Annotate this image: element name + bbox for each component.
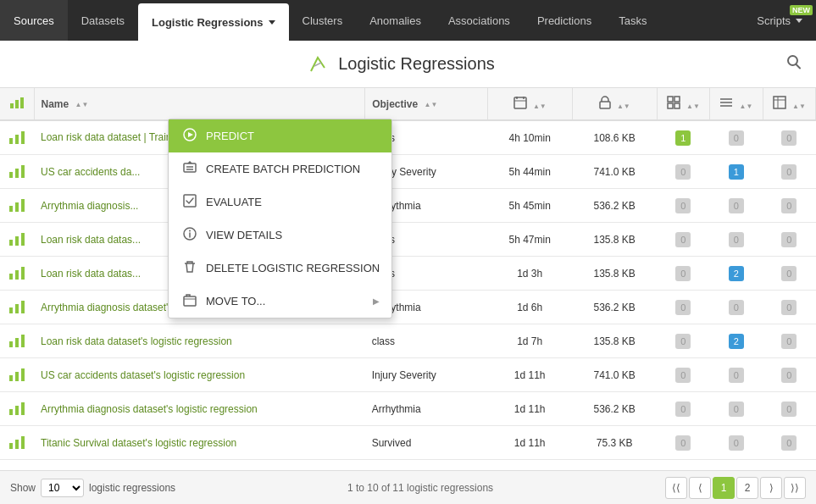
row-size-cell: 741.0 KB [572, 358, 657, 392]
svg-rect-49 [21, 436, 25, 449]
nav-sources[interactable]: Sources [0, 0, 68, 41]
row-time-cell: 1d 3h [487, 257, 572, 291]
row-chart-icon [0, 392, 34, 426]
col-icon [0, 88, 34, 120]
svg-rect-46 [21, 402, 25, 415]
row-time-cell: 5h 44min [487, 155, 572, 189]
table-row: Titanic Survival dataset's logistic regr… [0, 426, 816, 460]
badge-batch: 0 [729, 198, 744, 213]
context-menu-predict[interactable]: PREDICT [169, 119, 391, 152]
row-name-link[interactable]: US car accidents dataset's logistic regr… [41, 369, 245, 381]
svg-rect-39 [15, 338, 19, 347]
first-page-button[interactable]: ⟨⟨ [665, 477, 687, 499]
row-name-link[interactable]: Arrythmia diagnosis dataset's logistic r… [41, 403, 258, 415]
context-menu-delete[interactable]: DELETE LOGISTIC REGRESSION [169, 252, 391, 285]
col-name[interactable]: Name ▲▼ [34, 88, 365, 120]
col-time[interactable]: ▲▼ [487, 88, 572, 120]
svg-rect-12 [668, 103, 673, 108]
svg-rect-51 [184, 163, 196, 172]
svg-rect-38 [9, 341, 13, 347]
table-icon [773, 96, 786, 109]
badge-predictions: 0 [675, 435, 691, 451]
row-name-link[interactable]: Loan risk data datas... [41, 268, 141, 280]
nav-predictions[interactable]: Predictions [524, 0, 605, 41]
nav-anomalies[interactable]: Anomalies [356, 0, 435, 41]
per-page-select[interactable]: 10 25 50 100 [41, 479, 84, 497]
badge-predictions: 0 [675, 198, 691, 213]
row-time-cell: 1d 11h [487, 426, 572, 460]
prev-page-button[interactable]: ⟨ [689, 477, 711, 499]
row-name-cell: Arrythmia diagnosis dataset's logistic r… [34, 392, 365, 426]
row-chart-icon [0, 426, 34, 460]
context-menu-batch-prediction[interactable]: CREATE BATCH PREDICTION [169, 152, 391, 186]
badge-batch: 0 [729, 300, 744, 315]
row-time-cell: 4h 10min [487, 120, 572, 155]
context-menu-move-to[interactable]: MOVE TO... [169, 285, 391, 318]
table-row: Loan risk data dataset's logistic regres… [0, 324, 816, 358]
badge-batch: 2 [729, 266, 744, 281]
badge-eval: 0 [781, 198, 797, 213]
search-button[interactable] [785, 53, 802, 75]
svg-rect-58 [184, 296, 196, 306]
nav-clusters[interactable]: Clusters [289, 0, 357, 41]
evaluate-icon [180, 193, 199, 211]
svg-rect-25 [21, 165, 25, 178]
row-name-link[interactable]: Titanic Survival dataset's logistic regr… [41, 437, 236, 449]
col-badge3[interactable]: ▲▼ [763, 88, 815, 120]
nav-associations[interactable]: Associations [435, 0, 524, 41]
next-page-button[interactable]: ⟩ [760, 477, 782, 499]
nav-tasks[interactable]: Tasks [605, 0, 660, 41]
row-badge2-cell: 0 [710, 392, 763, 426]
table-row: US car accidents da...Injury Severity5h … [0, 155, 816, 189]
row-badge3-cell: 0 [763, 155, 815, 189]
pagination: ⟨⟨ ⟨ 1 2 ⟩ ⟩⟩ [665, 477, 806, 499]
sort-arrows-b2: ▲▼ [740, 102, 753, 110]
svg-rect-23 [9, 172, 13, 178]
sort-arrows-name: ▲▼ [75, 101, 89, 108]
row-chart-icon [0, 324, 34, 358]
chart-icon [9, 95, 25, 110]
col-objective[interactable]: Objective ▲▼ [365, 88, 487, 120]
row-chart-icon [0, 120, 34, 155]
row-chart-icon [0, 189, 34, 223]
row-badge2-cell: 2 [710, 324, 763, 358]
badge-predictions: 0 [675, 300, 691, 315]
svg-rect-45 [15, 406, 19, 415]
row-badge1-cell: 1 [657, 120, 709, 155]
logistic-regressions-table: Name ▲▼ Objective ▲▼ ▲▼ [0, 88, 816, 460]
row-badge1-cell: 0 [657, 392, 709, 426]
page-2-button[interactable]: 2 [736, 477, 758, 499]
svg-rect-40 [21, 335, 25, 347]
row-badge2-cell: 0 [710, 358, 763, 392]
row-time-cell: 1d 6h [487, 291, 572, 324]
col-badge2[interactable]: ▲▼ [710, 88, 763, 120]
svg-rect-26 [9, 206, 13, 212]
sort-arrows-b1: ▲▼ [686, 102, 700, 110]
move-icon [180, 292, 199, 310]
nav-logistic-regressions[interactable]: Logistic Regressions [138, 3, 288, 41]
row-name-link[interactable]: Loan risk data datas... [41, 234, 141, 246]
svg-rect-31 [21, 233, 25, 246]
badge-batch: 0 [729, 435, 744, 451]
col-size[interactable]: ▲▼ [572, 88, 657, 120]
row-badge1-cell: 0 [657, 291, 709, 324]
row-badge1-cell: 0 [657, 189, 709, 223]
context-menu-evaluate[interactable]: EVALUATE [169, 186, 391, 219]
row-name-link[interactable]: US car accidents da... [41, 166, 140, 178]
page-1-button[interactable]: 1 [713, 477, 735, 499]
row-objective-cell: Survived [365, 426, 487, 460]
svg-rect-24 [15, 169, 19, 178]
nav-datasets[interactable]: Datasets [68, 0, 138, 41]
nav-scripts[interactable]: Scripts NEW [743, 0, 816, 41]
page-header: Logistic Regressions [0, 41, 816, 88]
svg-rect-29 [9, 240, 13, 246]
context-menu-view-details[interactable]: VIEW DETAILS [169, 219, 391, 252]
svg-rect-43 [21, 368, 25, 381]
row-name-link[interactable]: Loan risk data dataset's logistic regres… [41, 335, 232, 347]
svg-rect-54 [184, 195, 196, 207]
col-badge1[interactable]: ▲▼ [657, 88, 709, 120]
row-name-link[interactable]: Arrythmia diagnosis... [41, 200, 138, 212]
badge-eval: 0 [781, 266, 797, 281]
last-page-button[interactable]: ⟩⟩ [784, 477, 806, 499]
svg-rect-30 [15, 236, 19, 246]
